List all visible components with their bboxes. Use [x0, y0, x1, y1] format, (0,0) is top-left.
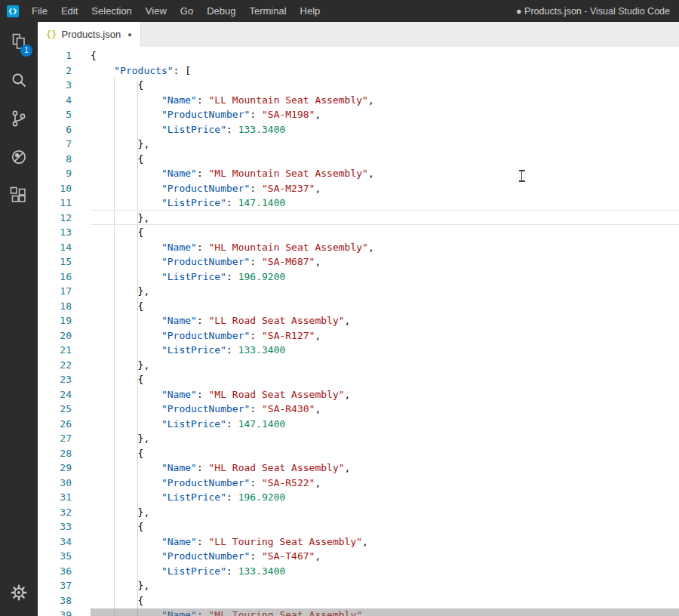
line-number[interactable]: 14: [38, 240, 72, 255]
menu-view[interactable]: View: [139, 0, 174, 22]
line-content[interactable]: },: [72, 505, 149, 520]
code-line-3[interactable]: 3 {: [38, 78, 679, 93]
line-number[interactable]: 26: [38, 417, 72, 432]
line-number[interactable]: 9: [38, 166, 72, 181]
activity-item-extensions[interactable]: [0, 176, 38, 214]
code-line-15[interactable]: 15 "ProductNumber": "SA-M687",: [38, 254, 679, 270]
code-line-22[interactable]: 22 },: [38, 358, 679, 373]
line-content[interactable]: "ListPrice": 147.1400: [72, 417, 285, 432]
line-content[interactable]: "ListPrice": 196.9200: [72, 270, 285, 285]
activity-item-debug[interactable]: [0, 137, 38, 176]
code-line-8[interactable]: 8 {: [38, 152, 679, 167]
line-content[interactable]: {: [72, 593, 143, 608]
activity-item-explorer[interactable]: 1: [0, 22, 38, 60]
line-content[interactable]: {: [72, 299, 143, 314]
line-number[interactable]: 16: [38, 270, 72, 285]
line-content[interactable]: },: [72, 137, 149, 152]
menu-help[interactable]: Help: [293, 0, 327, 22]
code-line-9[interactable]: 9 "Name": "ML Mountain Seat Assembly",: [38, 166, 679, 181]
line-content[interactable]: },: [72, 358, 149, 373]
line-content[interactable]: "Name": "ML Mountain Seat Assembly",: [72, 166, 374, 181]
line-content[interactable]: "ListPrice": 133.3400: [72, 564, 285, 579]
code-line-27[interactable]: 27 },: [38, 431, 679, 446]
line-number[interactable]: 31: [38, 490, 72, 505]
line-number[interactable]: 5: [38, 107, 72, 122]
code-line-5[interactable]: 5 "ProductNumber": "SA-M198",: [38, 107, 679, 122]
code-line-24[interactable]: 24 "Name": "ML Road Seat Assembly",: [38, 387, 679, 402]
line-number[interactable]: 24: [38, 387, 72, 402]
line-number[interactable]: 17: [38, 284, 72, 299]
line-content[interactable]: },: [72, 211, 149, 226]
line-number[interactable]: 29: [38, 460, 72, 476]
menu-file[interactable]: File: [25, 0, 54, 22]
line-content[interactable]: {: [72, 78, 143, 93]
line-content[interactable]: "ProductNumber": "SA-T467",: [72, 549, 321, 564]
code-line-35[interactable]: 35 "ProductNumber": "SA-T467",: [38, 549, 679, 564]
code-line-10[interactable]: 10 "ProductNumber": "SA-M237",: [38, 181, 679, 196]
line-number[interactable]: 28: [38, 446, 72, 461]
line-number[interactable]: 39: [38, 608, 72, 616]
code-line-34[interactable]: 34 "Name": "LL Touring Seat Assembly",: [38, 534, 679, 550]
code-line-25[interactable]: 25 "ProductNumber": "SA-R430",: [38, 402, 679, 417]
line-number[interactable]: 37: [38, 578, 72, 593]
line-content[interactable]: "ListPrice": 133.3400: [72, 343, 285, 358]
line-number[interactable]: 27: [38, 431, 72, 446]
editor[interactable]: 1{2 "Products": [3 {4 "Name": "LL Mounta…: [38, 47, 679, 616]
code-line-32[interactable]: 32 },: [38, 505, 679, 520]
line-number[interactable]: 18: [38, 299, 72, 314]
code-line-23[interactable]: 23 {: [38, 372, 679, 387]
line-content[interactable]: "Name": "LL Mountain Seat Assembly",: [72, 93, 374, 108]
code-line-36[interactable]: 36 "ListPrice": 133.3400: [38, 564, 679, 579]
code-line-31[interactable]: 31 "ListPrice": 196.9200: [38, 490, 679, 505]
code-line-13[interactable]: 13 {: [38, 225, 679, 240]
line-content[interactable]: "ProductNumber": "SA-M198",: [72, 107, 321, 122]
line-content[interactable]: "ListPrice": 147.1400: [72, 196, 285, 211]
code-line-16[interactable]: 16 "ListPrice": 196.9200: [38, 270, 679, 285]
line-number[interactable]: 21: [38, 343, 72, 358]
line-number[interactable]: 7: [38, 137, 72, 152]
line-number[interactable]: 20: [38, 328, 72, 343]
line-content[interactable]: {: [72, 48, 97, 63]
code-line-38[interactable]: 38 {: [38, 593, 679, 608]
line-content[interactable]: "Products": [: [72, 63, 191, 79]
line-number[interactable]: 19: [38, 313, 72, 328]
code-line-37[interactable]: 37 },: [38, 578, 679, 593]
line-content[interactable]: "Name": "ML Road Seat Assembly",: [72, 387, 350, 402]
line-content[interactable]: "ProductNumber": "SA-R430",: [72, 402, 321, 417]
code-line-2[interactable]: 2 "Products": [: [38, 63, 679, 79]
activity-item-source-control[interactable]: [0, 99, 38, 137]
menu-terminal[interactable]: Terminal: [242, 0, 293, 22]
code-line-4[interactable]: 4 "Name": "LL Mountain Seat Assembly",: [38, 93, 679, 108]
code-line-1[interactable]: 1{: [38, 48, 679, 63]
code-line-28[interactable]: 28 {: [38, 446, 679, 461]
line-number[interactable]: 23: [38, 372, 72, 387]
line-content[interactable]: "Name": "HL Mountain Seat Assembly",: [72, 240, 374, 255]
line-number[interactable]: 22: [38, 358, 72, 373]
code-line-14[interactable]: 14 "Name": "HL Mountain Seat Assembly",: [38, 240, 679, 255]
code-area[interactable]: 1{2 "Products": [3 {4 "Name": "LL Mounta…: [38, 48, 679, 616]
line-number[interactable]: 2: [38, 63, 72, 79]
line-number[interactable]: 38: [38, 593, 72, 608]
code-line-6[interactable]: 6 "ListPrice": 133.3400: [38, 122, 679, 137]
line-content[interactable]: {: [72, 372, 143, 387]
line-number[interactable]: 32: [38, 505, 72, 520]
line-content[interactable]: "ProductNumber": "SA-R127",: [72, 328, 321, 343]
line-content[interactable]: "ListPrice": 196.9200: [72, 490, 285, 505]
line-number[interactable]: 1: [38, 48, 72, 63]
tab-products-json[interactable]: {} Products.json ●: [38, 22, 141, 47]
line-content[interactable]: {: [72, 225, 143, 240]
code-line-12[interactable]: 12 },: [38, 211, 679, 226]
code-line-17[interactable]: 17 },: [38, 284, 679, 299]
line-number[interactable]: 15: [38, 254, 72, 270]
code-line-19[interactable]: 19 "Name": "LL Road Seat Assembly",: [38, 313, 679, 328]
code-line-11[interactable]: 11 "ListPrice": 147.1400: [38, 196, 679, 211]
code-line-33[interactable]: 33 {: [38, 519, 679, 534]
line-number[interactable]: 12: [38, 211, 72, 226]
line-number[interactable]: 34: [38, 534, 72, 550]
menu-go[interactable]: Go: [174, 0, 200, 22]
code-line-29[interactable]: 29 "Name": "HL Road Seat Assembly",: [38, 460, 679, 476]
activity-item-search[interactable]: [0, 60, 38, 99]
menu-selection[interactable]: Selection: [84, 0, 138, 22]
line-number[interactable]: 35: [38, 549, 72, 564]
line-number[interactable]: 36: [38, 564, 72, 579]
